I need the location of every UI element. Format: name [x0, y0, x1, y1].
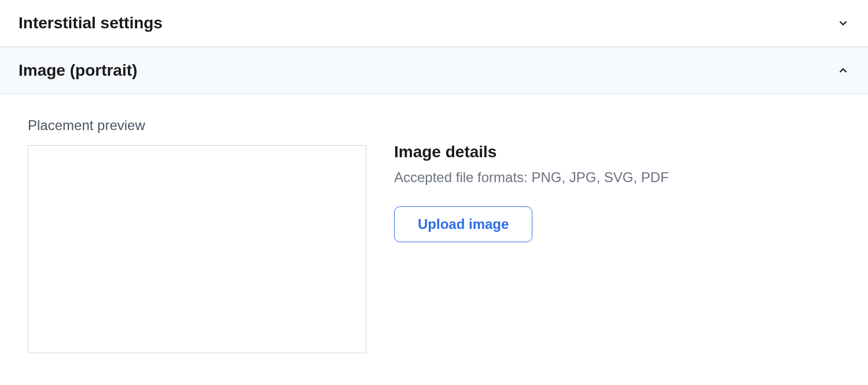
upload-image-button-label: Upload image — [418, 216, 509, 232]
placement-preview-column: Placement preview — [28, 117, 366, 353]
image-portrait-header[interactable]: Image (portrait) — [0, 47, 868, 94]
image-details-title: Image details — [394, 143, 669, 161]
placement-preview-label: Placement preview — [28, 117, 366, 134]
chevron-down-icon — [837, 17, 849, 29]
image-portrait-content: Placement preview Image details Accepted… — [0, 94, 868, 376]
upload-image-button[interactable]: Upload image — [394, 206, 532, 242]
chevron-up-icon — [837, 64, 849, 77]
interstitial-settings-title: Interstitial settings — [19, 14, 163, 32]
image-portrait-section: Image (portrait) Placement preview Image… — [0, 47, 868, 376]
placement-preview-box — [28, 145, 366, 353]
image-details-subtitle: Accepted file formats: PNG, JPG, SVG, PD… — [394, 169, 669, 186]
image-details-column: Image details Accepted file formats: PNG… — [394, 117, 669, 353]
image-portrait-title: Image (portrait) — [19, 61, 137, 80]
interstitial-settings-header[interactable]: Interstitial settings — [0, 0, 868, 47]
interstitial-settings-section: Interstitial settings — [0, 0, 868, 47]
